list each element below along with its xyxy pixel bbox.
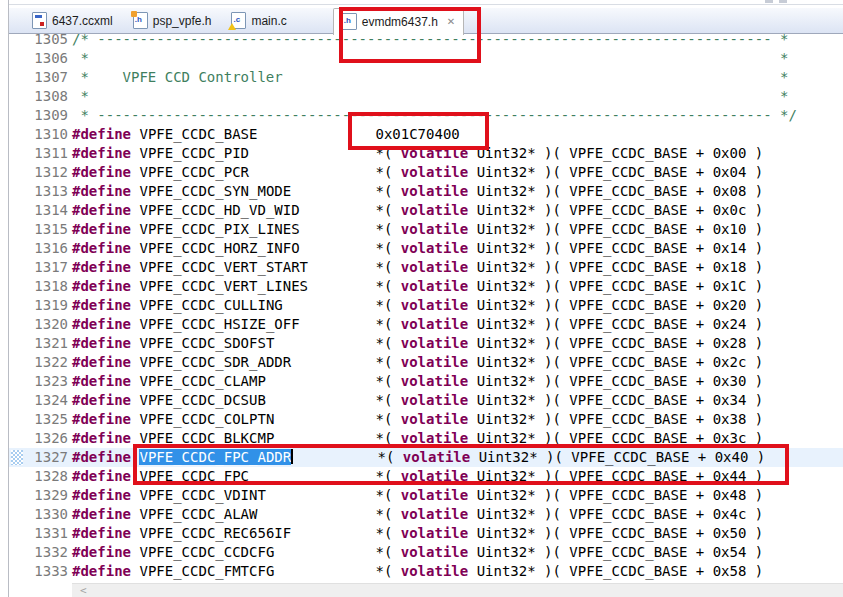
annotation-ruler[interactable] (9, 467, 27, 486)
code-line-1327[interactable]: 1327#define VPFE_CCDC_FPC_ADDR *( volati… (9, 448, 843, 467)
code-line-1313[interactable]: 1313#define VPFE_CCDC_SYN_MODE *( volati… (9, 182, 843, 201)
code-text: #define VPFE_CCDC_HORZ_INFO *( volatile … (72, 239, 763, 258)
horizontal-scrollbar[interactable]: < (72, 583, 843, 597)
code-line-1309[interactable]: 1309 * ---------------------------------… (9, 106, 843, 125)
view-toolbar-fragment (765, 0, 773, 3)
annotation-ruler[interactable] (9, 201, 27, 220)
annotation-ruler[interactable] (9, 220, 27, 239)
code-text: #define VPFE_CCDC_HSIZE_OFF *( volatile … (72, 315, 763, 334)
code-line-1330[interactable]: 1330#define VPFE_CCDC_ALAW *( volatile U… (9, 505, 843, 524)
annotation-ruler[interactable] (9, 562, 27, 581)
code-token: volatile (401, 430, 468, 446)
annotation-ruler[interactable] (9, 372, 27, 391)
code-line-1320[interactable]: 1320#define VPFE_CCDC_HSIZE_OFF *( volat… (9, 315, 843, 334)
annotation-ruler[interactable] (9, 505, 27, 524)
annotation-ruler[interactable] (9, 106, 27, 125)
annotation-ruler[interactable] (9, 125, 27, 144)
annotation-ruler[interactable] (9, 334, 27, 353)
annotation-ruler[interactable] (9, 543, 27, 562)
tab-psp-vpfe-h[interactable]: .hpsp_vpfe.h (123, 8, 222, 33)
code-line-1311[interactable]: 1311#define VPFE_CCDC_PID *( volatile Ui… (9, 144, 843, 163)
code-area[interactable]: 1305/* ---------------------------------… (9, 30, 843, 581)
annotation-ruler[interactable] (9, 410, 27, 429)
code-text: #define VPFE_CCDC_CLAMP *( volatile Uint… (72, 372, 763, 391)
code-text: #define VPFE_CCDC_SDR_ADDR *( volatile U… (72, 353, 763, 372)
code-text: #define VPFE_CCDC_DCSUB *( volatile Uint… (72, 391, 763, 410)
annotation-ruler[interactable] (9, 448, 27, 467)
code-token: VPFE_CCDC_FPC_ADDR (139, 449, 291, 465)
warning-overlay-icon (228, 23, 236, 30)
scroll-left-arrow-icon[interactable]: < (80, 584, 87, 597)
annotation-ruler[interactable] (9, 163, 27, 182)
annotation-ruler[interactable] (9, 391, 27, 410)
tab-main-c[interactable]: .cmain.c (221, 8, 296, 33)
line-number: 1318 (27, 277, 68, 296)
code-line-1310[interactable]: 1310#define VPFE_CCDC_BASE 0x01C70400 (9, 125, 843, 144)
tab-6437-ccxml[interactable]: 6437.ccxml (22, 8, 123, 33)
tab-label: main.c (251, 14, 286, 28)
code-line-1329[interactable]: 1329#define VPFE_CCDC_VDINT *( volatile … (9, 486, 843, 505)
code-line-1326[interactable]: 1326#define VPFE_CCDC_BLKCMP *( volatile… (9, 429, 843, 448)
line-number: 1320 (27, 315, 68, 334)
annotation-ruler[interactable] (9, 144, 27, 163)
code-token: #define (72, 563, 131, 579)
code-token: Uint32* )( VPFE_CCDC_BASE + 0x04 ) (468, 164, 763, 180)
code-token: #define (72, 240, 131, 256)
code-line-1308[interactable]: 1308 * * (9, 87, 843, 106)
annotation-ruler[interactable] (9, 353, 27, 372)
code-line-1316[interactable]: 1316#define VPFE_CCDC_HORZ_INFO *( volat… (9, 239, 843, 258)
code-token: #define (72, 126, 131, 142)
code-line-1332[interactable]: 1332#define VPFE_CCDC_CCDCFG *( volatile… (9, 543, 843, 562)
tab-close-icon[interactable]: ✕ (447, 17, 455, 27)
code-line-1323[interactable]: 1323#define VPFE_CCDC_CLAMP *( volatile … (9, 372, 843, 391)
code-line-1333[interactable]: 1333#define VPFE_CCDC_FMTCFG *( volatile… (9, 562, 843, 581)
annotation-ruler[interactable] (9, 524, 27, 543)
code-token: *( (375, 335, 400, 351)
annotation-ruler[interactable] (9, 486, 27, 505)
code-line-1331[interactable]: 1331#define VPFE_CCDC_REC656IF *( volati… (9, 524, 843, 543)
code-line-1306[interactable]: 1306 * * (9, 49, 843, 68)
code-line-1312[interactable]: 1312#define VPFE_CCDC_PCR *( volatile Ui… (9, 163, 843, 182)
annotation-ruler[interactable] (9, 182, 27, 201)
code-token: volatile (401, 259, 468, 275)
code-token: #define (72, 487, 131, 503)
code-token: VPFE_CCDC_FPC (139, 468, 375, 484)
code-line-1314[interactable]: 1314#define VPFE_CCDC_HD_VD_WID *( volat… (9, 201, 843, 220)
code-token: *( (375, 259, 400, 275)
annotation-ruler[interactable] (9, 429, 27, 448)
code-token: Uint32* )( VPFE_CCDC_BASE + 0x4c ) (468, 506, 763, 522)
code-line-1307[interactable]: 1307 * VPFE CCD Controller * (9, 68, 843, 87)
code-line-1319[interactable]: 1319#define VPFE_CCDC_CULLING *( volatil… (9, 296, 843, 315)
code-token: Uint32* )( VPFE_CCDC_BASE + 0x08 ) (468, 183, 763, 199)
code-token: VPFE_CCDC_REC656IF (139, 525, 375, 541)
code-text: #define VPFE_CCDC_SYN_MODE *( volatile U… (72, 182, 763, 201)
code-text: #define VPFE_CCDC_COLPTN *( volatile Uin… (72, 410, 763, 429)
line-number: 1325 (27, 410, 68, 429)
code-token: Uint32* )( VPFE_CCDC_BASE + 0x00 ) (468, 145, 763, 161)
code-token: #define (72, 259, 131, 275)
annotation-ruler[interactable] (9, 258, 27, 277)
code-token: *( (375, 544, 400, 560)
annotation-ruler[interactable] (9, 315, 27, 334)
code-line-1317[interactable]: 1317#define VPFE_CCDC_VERT_START *( vola… (9, 258, 843, 277)
annotation-ruler[interactable] (9, 49, 27, 68)
annotation-ruler[interactable] (9, 296, 27, 315)
line-number: 1326 (27, 429, 68, 448)
annotation-ruler[interactable] (9, 277, 27, 296)
tab-evmdm6437-h[interactable]: .hevmdm6437.h✕ (333, 8, 464, 35)
code-token: VPFE_CCDC_ALAW (139, 506, 375, 522)
code-line-1321[interactable]: 1321#define VPFE_CCDC_SDOFST *( volatile… (9, 334, 843, 353)
code-token: #define (72, 506, 131, 522)
code-token: *( (375, 145, 400, 161)
code-token: #define (72, 297, 131, 313)
code-line-1324[interactable]: 1324#define VPFE_CCDC_DCSUB *( volatile … (9, 391, 843, 410)
annotation-ruler[interactable] (9, 87, 27, 106)
code-token: *( (375, 411, 400, 427)
annotation-ruler[interactable] (9, 68, 27, 87)
annotation-ruler[interactable] (9, 239, 27, 258)
code-line-1315[interactable]: 1315#define VPFE_CCDC_PIX_LINES *( volat… (9, 220, 843, 239)
code-line-1322[interactable]: 1322#define VPFE_CCDC_SDR_ADDR *( volati… (9, 353, 843, 372)
code-line-1318[interactable]: 1318#define VPFE_CCDC_VERT_LINES *( vola… (9, 277, 843, 296)
code-line-1325[interactable]: 1325#define VPFE_CCDC_COLPTN *( volatile… (9, 410, 843, 429)
code-line-1328[interactable]: 1328#define VPFE_CCDC_FPC *( volatile Ui… (9, 467, 843, 486)
